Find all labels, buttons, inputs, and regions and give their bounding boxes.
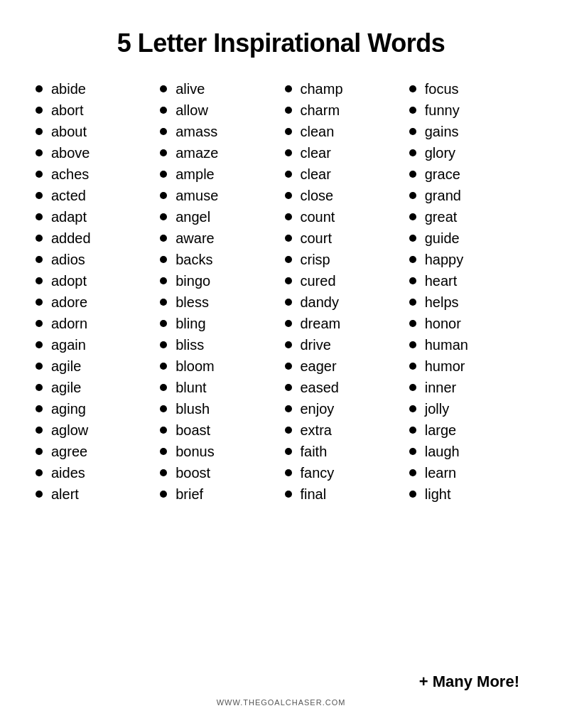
bullet-icon (285, 256, 292, 263)
word-text: adapt (51, 210, 87, 224)
word-text: grand (425, 188, 461, 203)
list-item: backs (160, 249, 277, 270)
word-text: added (51, 231, 91, 245)
list-item: bling (160, 313, 277, 334)
list-item: faith (285, 441, 402, 462)
page-container: 5 Letter Inspirational Words abideaborta… (0, 0, 562, 728)
word-column-4: focusfunnygainsglorygracegrandgreatguide… (409, 78, 526, 658)
bullet-icon (160, 299, 167, 306)
list-item: laugh (409, 441, 526, 462)
bullet-icon (285, 277, 292, 284)
list-item: agile (36, 377, 153, 398)
bullet-icon (36, 363, 43, 370)
word-text: blush (175, 402, 210, 416)
bullet-icon (409, 213, 416, 220)
word-text: backs (175, 252, 212, 267)
footer-area: + Many More! (36, 673, 526, 691)
bullet-icon (160, 235, 167, 242)
list-item: bless (160, 291, 277, 313)
word-text: aides (51, 466, 85, 480)
list-item: aware (160, 228, 277, 249)
bullet-icon (36, 448, 43, 455)
bullet-icon (285, 491, 292, 498)
word-text: bonus (175, 444, 215, 459)
bullet-icon (160, 384, 167, 391)
list-item: grace (409, 164, 526, 185)
word-column-3: champcharmcleanclearclearclosecountcourt… (285, 78, 402, 658)
word-column-1: abideabortaboutaboveachesactedadaptadded… (36, 78, 153, 658)
list-item: focus (409, 78, 526, 100)
list-item: adopt (36, 270, 153, 291)
word-text: laugh (425, 444, 460, 459)
list-item: alert (36, 483, 153, 505)
bullet-icon (409, 491, 416, 498)
bullet-icon (285, 107, 292, 114)
word-text: aging (51, 402, 86, 416)
word-text: count (301, 210, 335, 224)
word-text: bless (175, 295, 209, 309)
word-text: bling (175, 316, 205, 331)
bullet-icon (36, 192, 43, 199)
bullet-icon (285, 448, 292, 455)
word-text: clear (301, 167, 331, 181)
word-text: human (425, 338, 468, 352)
word-text: clean (301, 124, 335, 139)
list-item: great (409, 206, 526, 228)
bullet-icon (160, 192, 167, 199)
list-item: champ (285, 78, 402, 100)
word-text: guide (425, 231, 460, 245)
word-text: boost (175, 466, 210, 480)
bullet-icon (409, 405, 416, 412)
list-item: abide (36, 78, 153, 100)
list-item: above (36, 142, 153, 164)
word-text: adios (51, 252, 85, 267)
bullet-icon (409, 256, 416, 263)
word-text: heart (425, 274, 458, 288)
list-item: amass (160, 121, 277, 142)
word-text: agree (51, 444, 87, 459)
word-text: bliss (175, 338, 204, 352)
word-text: great (425, 210, 458, 224)
word-text: funny (425, 103, 460, 117)
word-text: bingo (175, 274, 210, 288)
bullet-icon (409, 235, 416, 242)
list-item: large (409, 419, 526, 441)
bullet-icon (409, 384, 416, 391)
list-item: human (409, 334, 526, 355)
word-text: court (301, 231, 332, 245)
list-item: light (409, 483, 526, 505)
word-text: extra (301, 423, 332, 437)
list-item: grand (409, 185, 526, 206)
word-text: amuse (175, 188, 218, 203)
bullet-icon (160, 107, 167, 114)
list-item: dandy (285, 291, 402, 313)
word-text: abide (51, 82, 86, 96)
bullet-icon (36, 149, 43, 156)
bullet-icon (36, 171, 43, 178)
list-item: drive (285, 334, 402, 355)
bullet-icon (160, 128, 167, 135)
list-item: bonus (160, 441, 277, 462)
word-text: drive (301, 338, 331, 352)
word-text: brief (175, 487, 203, 501)
word-text: allow (175, 103, 208, 117)
list-item: aches (36, 164, 153, 185)
list-item: eased (285, 377, 402, 398)
bullet-icon (160, 171, 167, 178)
bullet-icon (409, 448, 416, 455)
list-item: boost (160, 462, 277, 483)
bullet-icon (160, 405, 167, 412)
bullet-icon (285, 320, 292, 327)
word-text: amaze (175, 146, 218, 160)
bullet-icon (285, 363, 292, 370)
bullet-icon (160, 363, 167, 370)
word-text: boast (175, 423, 210, 437)
word-text: angel (175, 210, 210, 224)
list-item: abort (36, 100, 153, 121)
bullet-icon (36, 277, 43, 284)
list-item: blunt (160, 377, 277, 398)
word-text: champ (301, 82, 343, 96)
list-item: clean (285, 121, 402, 142)
bullet-icon (285, 405, 292, 412)
bullet-icon (285, 427, 292, 434)
